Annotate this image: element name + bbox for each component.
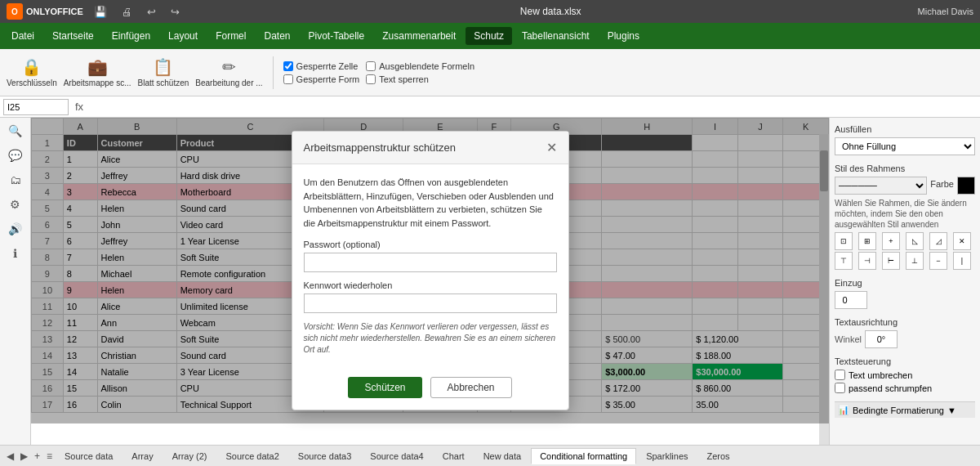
sheet-tab-array[interactable]: Array [122,448,162,464]
menu-datei[interactable]: Datei [3,27,42,45]
border-btn-top[interactable]: ⊤ [835,252,853,270]
spreadsheet-area: A B C D E F G H I J K 1 ID Customer [31,118,829,445]
menu-plugins[interactable]: Plugins [599,27,648,45]
wrap-text-checkbox[interactable] [835,370,845,380]
right-panel: Ausfüllen Ohne Füllung Stil des Rahmens … [829,118,980,445]
settings-icon[interactable]: ⚙ [7,195,24,214]
workbook-label: Arbeitsmappe sc... [64,78,131,87]
audio-icon[interactable]: 🔊 [5,219,25,239]
protect-sheet-icon: 📋 [153,57,173,77]
border-btn-bottom[interactable]: ⊥ [906,252,924,270]
border-style-row: ────── Farbe [835,177,975,195]
toolbar-protect-sheet[interactable]: 📋 Blatt schützen [138,57,189,87]
color-label: Farbe [930,179,954,189]
dialog-description: Um den Benutzern das Öffnen von ausgeble… [304,176,557,230]
menu-pivot[interactable]: Pivot-Tabelle [301,27,373,45]
undo-button[interactable]: ↩ [143,4,160,20]
checkbox-hidden-formulas[interactable]: Ausgeblendete Formeln [366,61,474,71]
border-btn-outer[interactable]: ⊡ [835,232,853,250]
sheet-tab-chart[interactable]: Chart [434,448,474,464]
sheet-tab-conditional-formatting[interactable]: Conditional formatting [531,448,636,464]
protect-workbook-dialog: Arbeitsmappenstruktur schützen ✕ Um den … [292,131,569,410]
confirm-input[interactable] [304,293,557,313]
menu-startseite[interactable]: Startseite [44,27,102,45]
indent-input[interactable] [835,291,867,309]
toolbar-encrypt[interactable]: 🔒 Verschlüsseln [7,57,57,87]
locked-cell-checkbox[interactable] [283,61,293,71]
menu-zusammenarbeit[interactable]: Zusammenarbeit [374,27,464,45]
border-btn-v[interactable]: | [953,252,971,270]
border-btn-none[interactable]: ✕ [953,232,971,250]
locked-form-label: Gesperrte Form [296,74,360,84]
main-area: 🔍 💬 🗂 ⚙ 🔊 ℹ A B C D E F G H I J [0,118,980,445]
menu-daten[interactable]: Daten [256,27,298,45]
border-style-select[interactable]: ────── [835,177,927,195]
shrink-fit-checkbox[interactable] [835,383,845,393]
dialog-body: Um den Benutzern das Öffnen von ausgeble… [292,164,568,377]
user-name: Michael Davis [918,7,973,16]
border-btn-left[interactable]: ⊣ [858,252,876,270]
border-btn-cross[interactable]: + [882,232,900,250]
redo-button[interactable]: ↪ [167,4,184,20]
text-ctrl-section: Textsteuerung Text umbrechen passend sch… [835,356,975,393]
confirm-label: Kennwort wiederholen [304,280,557,290]
border-btn-diag2[interactable]: ◿ [929,232,947,250]
checkbox-locked-form[interactable]: Gesperrte Form [283,74,360,84]
tab-prev-button[interactable]: ◀ [3,450,17,462]
menu-layout[interactable]: Layout [160,27,206,45]
dialog-close-button[interactable]: ✕ [546,140,557,155]
password-label: Passwort (optional) [304,240,557,249]
menu-formel[interactable]: Formel [207,27,254,45]
edit-ranges-label: Bearbeitung der ... [195,78,262,87]
nav-icon[interactable]: 🗂 [7,170,24,190]
protect-button[interactable]: Schützen [348,377,421,398]
toolbar-edit-ranges[interactable]: ✏ Bearbeitung der ... [195,57,262,87]
sheet-tab-source-data2[interactable]: Source data2 [216,448,287,464]
save-button[interactable]: 💾 [90,4,111,20]
hidden-formulas-label: Ausgeblendete Formeln [379,61,474,71]
sheet-tab-source-data4[interactable]: Source data4 [361,448,432,464]
sheet-tab-zeros[interactable]: Zeros [698,448,739,464]
info-icon[interactable]: ℹ [10,244,20,263]
comments-icon[interactable]: 💬 [5,146,25,165]
wrap-text-row[interactable]: Text umbrechen [835,370,975,380]
tab-next-button[interactable]: ▶ [17,450,31,462]
align-section: Textausrichtung Winkel [835,317,975,348]
tab-add-button[interactable]: + [31,450,43,462]
search-icon[interactable]: 🔍 [5,121,25,141]
border-btn-h[interactable]: − [929,252,947,270]
cond-format-bar[interactable]: 📊 Bedingte Formatierung ▼ [835,401,975,418]
lock-text-checkbox[interactable] [366,74,376,84]
cond-format-icon: 📊 [838,405,849,415]
toolbar-workbook[interactable]: 💼 Arbeitsmappe sc... [64,57,131,87]
print-button[interactable]: 🖨 [118,4,136,20]
sheet-tab-source-data3[interactable]: Source data3 [289,448,360,464]
color-swatch[interactable] [957,177,975,195]
sheet-tab-array2[interactable]: Array (2) [163,448,216,464]
menu-schutz[interactable]: Schutz [466,27,512,45]
checkbox-locked-cell[interactable]: Gesperrte Zelle [283,61,360,71]
menu-tabellenansicht[interactable]: Tabellenansicht [514,27,598,45]
angle-input[interactable] [865,330,898,348]
fill-select[interactable]: Ohne Füllung [835,137,975,155]
sheet-tab-new-data[interactable]: New data [474,448,530,464]
toolbar-checkboxes: Gesperrte Zelle Gesperrte Form [283,61,360,84]
locked-form-checkbox[interactable] [283,74,293,84]
menu-einfuegen[interactable]: Einfügen [104,27,158,45]
protect-sheet-label: Blatt schützen [138,78,189,87]
border-btn-right[interactable]: ⊢ [882,252,900,270]
cancel-button[interactable]: Abbrechen [430,377,512,398]
hidden-formulas-checkbox[interactable] [366,61,376,71]
tab-list-button[interactable]: ≡ [43,450,56,462]
sheet-tab-sparklines[interactable]: Sparklines [637,448,697,464]
border-btn-diag1[interactable]: ◺ [906,232,924,250]
name-box[interactable] [3,99,69,115]
password-field: Passwort (optional) [304,240,557,272]
indent-section: Einzug [835,278,975,309]
password-input[interactable] [304,253,557,272]
border-btn-inner[interactable]: ⊞ [858,232,876,250]
formula-input[interactable] [90,101,977,113]
shrink-fit-row[interactable]: passend schrumpfen [835,383,975,393]
checkbox-lock-text[interactable]: Text sperren [366,74,474,84]
sheet-tab-source-data[interactable]: Source data [56,448,122,464]
